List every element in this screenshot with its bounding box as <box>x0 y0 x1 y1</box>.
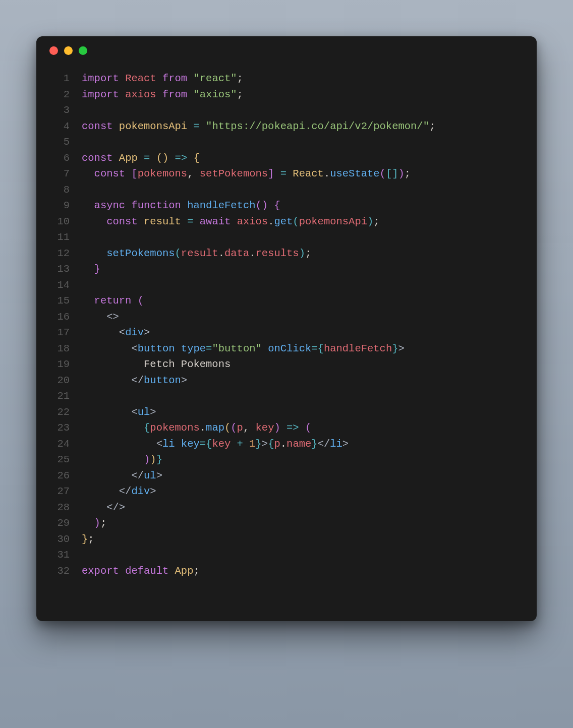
code-line: 17 <div> <box>36 325 537 341</box>
line-number: 31 <box>36 547 82 563</box>
code-content: ))} <box>82 452 162 468</box>
code-content: Fetch Pokemons <box>82 356 231 373</box>
code-line: 26 </ul> <box>36 468 537 484</box>
code-content: </ul> <box>82 468 162 484</box>
line-number: 7 <box>36 166 82 182</box>
line-number: 28 <box>36 500 82 516</box>
line-number: 20 <box>36 373 82 389</box>
code-line: 24 <li key={key + 1}>{p.name}</li> <box>36 436 537 452</box>
line-number: 22 <box>36 404 82 420</box>
code-content: const result = await axios.get(pokemonsA… <box>82 214 380 230</box>
code-line: 18 <button type="button" onClick={handle… <box>36 341 537 357</box>
line-number: 13 <box>36 261 82 277</box>
line-number: 24 <box>36 436 82 452</box>
code-line: 12 setPokemons(result.data.results); <box>36 246 537 262</box>
minimize-icon[interactable] <box>64 46 73 55</box>
code-content: </> <box>82 500 125 516</box>
code-line: 1import React from "react"; <box>36 71 537 87</box>
code-content: const pokemonsApi = "https://pokeapi.co/… <box>82 118 435 135</box>
close-icon[interactable] <box>49 46 58 55</box>
line-number: 25 <box>36 452 82 468</box>
code-line: 14 <box>36 277 537 293</box>
line-number: 10 <box>36 214 82 230</box>
line-number: 16 <box>36 309 82 325</box>
code-content: <div> <box>82 325 150 341</box>
line-number: 1 <box>36 71 82 87</box>
line-number: 32 <box>36 563 82 579</box>
code-line: 5 <box>36 134 537 150</box>
code-content: return ( <box>82 293 144 309</box>
titlebar <box>36 36 537 65</box>
code-content: export default App; <box>82 563 200 579</box>
code-content <box>82 134 88 150</box>
line-number: 14 <box>36 277 82 293</box>
code-content: import React from "react"; <box>82 71 243 87</box>
code-line: 6const App = () => { <box>36 150 537 166</box>
code-content: setPokemons(result.data.results); <box>82 246 311 262</box>
code-line: 28 </> <box>36 500 537 516</box>
code-line: 4const pokemonsApi = "https://pokeapi.co… <box>36 118 537 135</box>
code-line: 22 <ul> <box>36 404 537 420</box>
code-editor[interactable]: 1import React from "react";2import axios… <box>36 65 537 589</box>
code-content: </div> <box>82 483 156 500</box>
line-number: 3 <box>36 102 82 118</box>
code-content <box>82 277 88 293</box>
code-line: 32export default App; <box>36 563 537 579</box>
line-number: 19 <box>36 356 82 373</box>
line-number: 2 <box>36 87 82 103</box>
line-number: 9 <box>36 198 82 214</box>
code-line: 15 return ( <box>36 293 537 309</box>
code-content <box>82 229 88 246</box>
code-content: const [pokemons, setPokemons] = React.us… <box>82 166 411 182</box>
code-line: 9 async function handleFetch() { <box>36 198 537 214</box>
code-content: <button type="button" onClick={handleFet… <box>82 341 405 357</box>
line-number: 17 <box>36 325 82 341</box>
code-content: const App = () => { <box>82 150 200 166</box>
code-line: 30}; <box>36 531 537 548</box>
line-number: 29 <box>36 515 82 531</box>
line-number: 18 <box>36 341 82 357</box>
code-line: 19 Fetch Pokemons <box>36 356 537 373</box>
code-line: 13 } <box>36 261 537 277</box>
code-line: 25 ))} <box>36 452 537 468</box>
code-content: import axios from "axios"; <box>82 87 243 103</box>
zoom-icon[interactable] <box>79 46 87 55</box>
code-window: 1import React from "react";2import axios… <box>36 36 537 621</box>
code-content <box>82 182 88 198</box>
code-line: 29 ); <box>36 515 537 531</box>
code-line: 27 </div> <box>36 483 537 500</box>
code-content: <ul> <box>82 404 156 420</box>
line-number: 4 <box>36 118 82 135</box>
code-line: 21 <box>36 388 537 404</box>
line-number: 26 <box>36 468 82 484</box>
line-number: 30 <box>36 531 82 548</box>
code-content <box>82 547 88 563</box>
code-content <box>82 388 88 404</box>
code-content <box>82 102 88 118</box>
code-content: </button> <box>82 373 187 389</box>
code-line: 7 const [pokemons, setPokemons] = React.… <box>36 166 537 182</box>
line-number: 21 <box>36 388 82 404</box>
line-number: 11 <box>36 229 82 246</box>
line-number: 27 <box>36 483 82 500</box>
code-content: } <box>82 261 100 277</box>
line-number: 12 <box>36 246 82 262</box>
code-content: {pokemons.map((p, key) => ( <box>82 420 311 436</box>
line-number: 5 <box>36 134 82 150</box>
code-line: 16 <> <box>36 309 537 325</box>
code-line: 2import axios from "axios"; <box>36 87 537 103</box>
code-content: <li key={key + 1}>{p.name}</li> <box>82 436 349 452</box>
code-line: 31 <box>36 547 537 563</box>
code-line: 23 {pokemons.map((p, key) => ( <box>36 420 537 436</box>
line-number: 15 <box>36 293 82 309</box>
code-line: 10 const result = await axios.get(pokemo… <box>36 214 537 230</box>
code-content: ); <box>82 515 106 531</box>
line-number: 23 <box>36 420 82 436</box>
line-number: 6 <box>36 150 82 166</box>
code-line: 3 <box>36 102 537 118</box>
code-content: <> <box>82 309 119 325</box>
code-line: 11 <box>36 229 537 246</box>
code-line: 20 </button> <box>36 373 537 389</box>
line-number: 8 <box>36 182 82 198</box>
code-content: async function handleFetch() { <box>82 198 280 214</box>
